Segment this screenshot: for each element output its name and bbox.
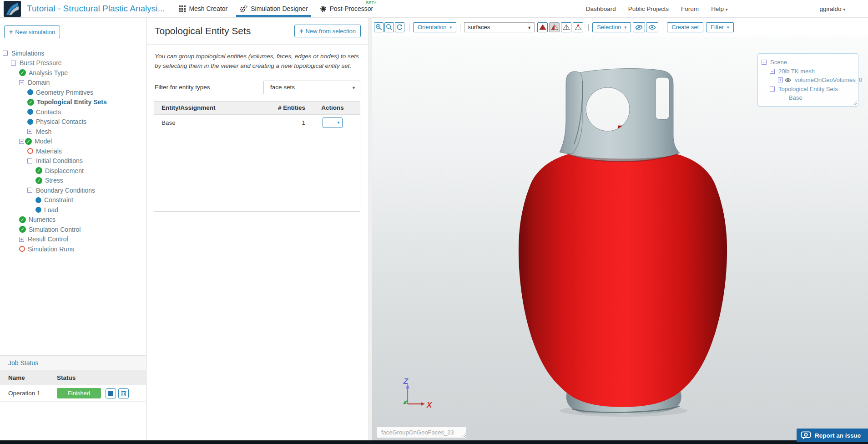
- tree-item-label: Constraint: [44, 196, 73, 204]
- tree-item[interactable]: ✓Stress: [0, 176, 146, 186]
- tree-item[interactable]: ✓Displacement: [0, 166, 146, 176]
- tree-item[interactable]: −Simulations: [0, 48, 146, 58]
- scene-tree-item[interactable]: −20lb TK mesh: [758, 67, 858, 76]
- main-area: + New simulation −Simulations−Burst Pres…: [0, 18, 868, 444]
- scene-tree-item[interactable]: −Scene: [758, 58, 858, 67]
- collapse-icon[interactable]: −: [27, 158, 32, 163]
- collapse-icon[interactable]: −: [762, 60, 767, 65]
- viewport-3d[interactable]: Z X −Scene−20lb TK mesh+volumeOnGeoVolum…: [372, 36, 868, 444]
- collapse-icon[interactable]: −: [3, 51, 8, 56]
- nav-link-public-projects[interactable]: Public Projects: [628, 5, 669, 12]
- tree-item[interactable]: Physical Contacts: [0, 117, 146, 127]
- plus-icon: +: [299, 27, 303, 35]
- user-menu[interactable]: ggiraldo▾: [819, 5, 845, 12]
- collapse-icon[interactable]: −: [27, 188, 32, 193]
- set-name-input[interactable]: [376, 426, 467, 438]
- render-wireframe-button[interactable]: [561, 22, 571, 32]
- row-actions-dropdown[interactable]: ▾: [323, 117, 343, 128]
- tree-item[interactable]: Simulation Runs: [0, 244, 146, 254]
- job-status-panel: Job Status Name Status Operation 1 Finis…: [0, 355, 146, 440]
- viewer-toolbar: Orientation ▾ surfaces ▼: [372, 18, 868, 36]
- render-solid-button[interactable]: [537, 22, 548, 32]
- panel-resize-gutter[interactable]: [368, 18, 372, 444]
- tree-item[interactable]: Constraint: [0, 195, 146, 205]
- stop-job-button[interactable]: [106, 388, 116, 398]
- toolbar-separator: [588, 24, 589, 31]
- render-mode-select[interactable]: surfaces ▼: [464, 22, 535, 32]
- new-simulation-button[interactable]: + New simulation: [4, 26, 60, 38]
- tree-item[interactable]: −Domain: [0, 78, 146, 88]
- tree-item[interactable]: ✓Numerics: [0, 215, 146, 225]
- tree-item[interactable]: −Boundary Conditions: [0, 185, 146, 195]
- zoom-in-button[interactable]: [374, 22, 384, 32]
- check-icon: ✓: [19, 69, 26, 76]
- status-dot-icon: [27, 109, 33, 115]
- hide-selection-button[interactable]: [633, 22, 645, 32]
- toolbar-separator: [460, 24, 460, 31]
- tree-item[interactable]: −Burst Pressure: [0, 58, 146, 68]
- scene-item-label: Scene: [770, 59, 787, 66]
- report-issue-button[interactable]: Report an issue: [797, 429, 868, 442]
- collapse-icon[interactable]: −: [19, 139, 24, 144]
- tree-item[interactable]: Materials: [0, 146, 146, 156]
- collapse-icon[interactable]: −: [11, 61, 16, 66]
- tetrahedron-wire-icon: [563, 24, 570, 31]
- check-icon: ✓: [35, 167, 42, 174]
- table-row[interactable]: Base 1 ▾: [154, 115, 360, 131]
- new-from-selection-button[interactable]: + New from selection: [294, 25, 361, 37]
- tab-simulation-designer[interactable]: Simulation Designer: [233, 0, 313, 17]
- tab-mesh-creator[interactable]: Mesh Creator: [173, 0, 233, 17]
- workbench-tabs: Mesh Creator Simulation Designer BETA Po…: [173, 0, 379, 17]
- tree-item[interactable]: Geometry Primitives: [0, 87, 146, 97]
- caret-down-icon: ▾: [843, 7, 845, 12]
- tree-item[interactable]: −Initial Conditions: [0, 156, 146, 166]
- help-menu[interactable]: Help▾: [711, 5, 727, 12]
- tree-item-label: Physical Contacts: [36, 118, 86, 125]
- panel-header: Topological Entity Sets + New from selec…: [146, 18, 368, 45]
- tree-item[interactable]: ✓Simulation Control: [0, 225, 146, 235]
- tree-item-label: Load: [44, 206, 58, 214]
- tree-item[interactable]: −✓Model: [0, 137, 146, 147]
- nav-link-dashboard[interactable]: Dashboard: [586, 5, 616, 12]
- orientation-dropdown[interactable]: Orientation ▾: [413, 22, 456, 32]
- entity-type-select[interactable]: face sets ▼: [263, 81, 360, 94]
- delete-job-button[interactable]: [118, 388, 129, 398]
- create-set-button[interactable]: Create set: [667, 22, 703, 32]
- gears-icon: [239, 5, 247, 13]
- scene-item-label: 20lb TK mesh: [778, 68, 815, 75]
- zoom-window-button[interactable]: [384, 22, 394, 32]
- collapse-icon[interactable]: −: [770, 69, 775, 74]
- collapse-icon[interactable]: −: [770, 87, 775, 92]
- tree-item[interactable]: ✓Topological Entity Sets: [0, 97, 146, 107]
- expand-icon[interactable]: +: [27, 129, 32, 134]
- tree-item[interactable]: +Result Control: [0, 235, 146, 245]
- filter-label: Filter for entity types: [155, 84, 210, 91]
- project-title: Tutorial - Structural Plastic Analysi...: [27, 4, 165, 14]
- scene-tree-item[interactable]: −Topological Entity Sets: [758, 85, 858, 94]
- expand-icon[interactable]: +: [19, 237, 24, 242]
- eye-icon[interactable]: [785, 78, 791, 82]
- tree-item-label: Numerics: [29, 216, 56, 223]
- scene-tree-item[interactable]: +volumeOnGeoVolumes_0: [758, 76, 858, 85]
- scene-tree-item[interactable]: Base: [758, 93, 858, 102]
- render-surface-mesh-button[interactable]: [549, 22, 560, 32]
- tree-item[interactable]: Load: [0, 205, 146, 215]
- tree-item[interactable]: +Mesh: [0, 127, 146, 137]
- render-points-button[interactable]: [573, 22, 583, 32]
- eye-icon: [648, 25, 656, 30]
- magnifier-plus-icon: [375, 24, 382, 31]
- tree-item[interactable]: ✓Analysis Type: [0, 68, 146, 78]
- app-logo[interactable]: [4, 1, 21, 17]
- filter-dropdown[interactable]: Filter ▾: [706, 22, 733, 32]
- nav-link-forum[interactable]: Forum: [681, 5, 699, 12]
- expand-icon[interactable]: +: [778, 77, 783, 82]
- tree-item[interactable]: Contacts: [0, 107, 146, 117]
- toolbar-separator: [663, 24, 663, 31]
- selection-dropdown[interactable]: Selection ▾: [592, 22, 631, 32]
- tab-post-processor[interactable]: BETA Post-Processor: [314, 0, 379, 17]
- app-window: Tutorial - Structural Plastic Analysi...…: [0, 0, 868, 444]
- show-selection-button[interactable]: [646, 22, 658, 32]
- collapse-icon[interactable]: −: [19, 80, 24, 85]
- reset-view-button[interactable]: [395, 22, 404, 32]
- caret-down-icon: ▾: [726, 7, 728, 12]
